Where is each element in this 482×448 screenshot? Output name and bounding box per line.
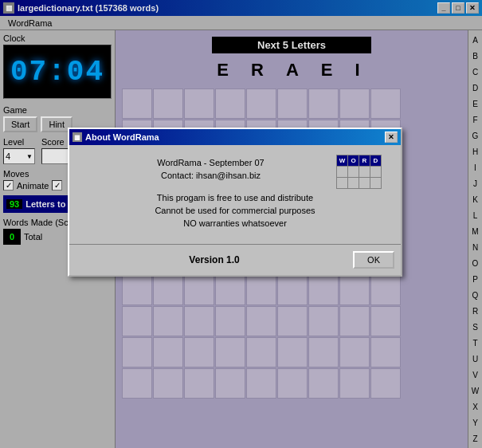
version-text: Version 1.0: [76, 254, 353, 265]
dialog-close-button[interactable]: ✕: [385, 132, 398, 143]
ok-button[interactable]: OK: [353, 251, 394, 269]
dialog-title: About WordRama: [85, 132, 159, 142]
dialog-body: W O R D WordRama - September 07 Contact:…: [69, 145, 401, 244]
dialog-title-bar: ▦ About WordRama ✕: [69, 129, 401, 145]
about-dialog: ▦ About WordRama ✕ W O R D WordRama - Se…: [68, 128, 402, 277]
about-line4: Cannot be used for commercial purposes: [85, 206, 385, 215]
about-line5: NO warranties whatsoever: [85, 218, 385, 228]
dialog-icon: ▦: [72, 132, 82, 142]
about-line3: This progam is free to use and distribut…: [85, 193, 385, 202]
version-bar: Version 1.0 OK: [69, 244, 401, 275]
